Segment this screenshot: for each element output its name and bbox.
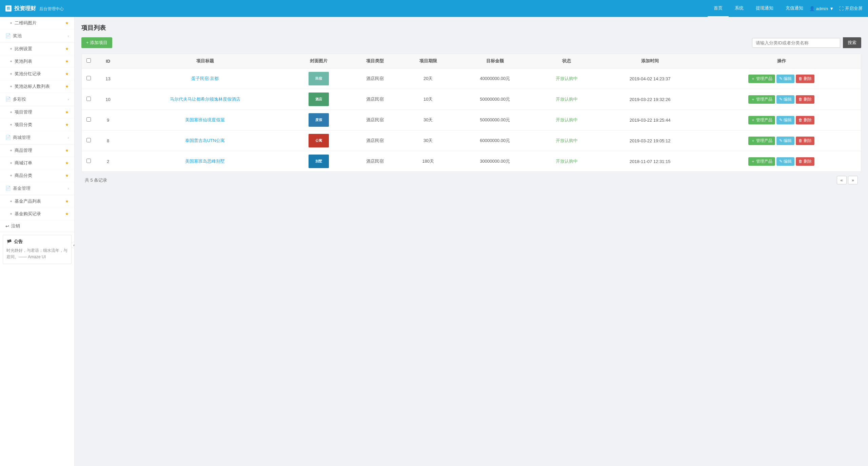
col-checkbox — [82, 54, 95, 68]
manage-product-btn[interactable]: ＋管理产品 — [748, 116, 775, 124]
project-title-link[interactable]: 蛋子民宿·京都 — [191, 76, 219, 81]
sidebar-item-shop-orders[interactable]: ✦ 商城订单 ★ — [0, 157, 74, 169]
project-title-link[interactable]: 泰国普吉岛UTN公寓 — [185, 138, 225, 143]
plus-icon: ✦ — [9, 21, 13, 25]
fullscreen-btn[interactable]: ⛶ 开启全屏 — [839, 5, 863, 12]
plus-icon: ✦ — [9, 47, 13, 51]
next-page-btn[interactable]: » — [848, 176, 858, 184]
delete-btn[interactable]: 🗑删除 — [796, 75, 814, 83]
sidebar-item-label: 基金购买记录 — [15, 211, 41, 217]
edit-icon: ✎ — [779, 118, 783, 122]
star-icon: ★ — [65, 46, 69, 51]
project-title-link[interactable]: 马尔代夫马让都希尔顿逸林度假酒店 — [170, 97, 240, 102]
table-row: 8 泰国普吉岛UTN公寓 公寓 酒店民宿 30天 60000000.00元 开放… — [82, 130, 861, 151]
sidebar-item-project-category[interactable]: ✦ 项目分类 ★ — [0, 119, 74, 131]
logout-btn[interactable]: ↩ 注销 — [0, 220, 74, 232]
nav-recharge[interactable]: 充值通知 — [780, 0, 809, 17]
nav-home[interactable]: 首页 — [708, 0, 729, 17]
row-checkbox[interactable] — [82, 110, 95, 130]
row-checkbox[interactable] — [82, 130, 95, 151]
row-checkbox[interactable] — [82, 89, 95, 110]
table-row: 13 蛋子民宿·京都 民宿 酒店民宿 20天 40000000.00元 开放认购… — [82, 68, 861, 89]
search-button[interactable]: 搜索 — [843, 37, 861, 48]
sidebar-item-label: 基金产品列表 — [15, 198, 41, 204]
delete-btn[interactable]: 🗑删除 — [796, 157, 814, 166]
row-amount: 50000000.00元 — [455, 110, 535, 130]
top-nav-links: 首页 系统 提现通知 充值通知 — [708, 0, 809, 17]
project-title-link[interactable]: 美国塞班岛思峰别墅 — [185, 159, 225, 164]
manage-product-btn[interactable]: ＋管理产品 — [748, 95, 775, 104]
projects-table: ID 项目标题 封面图片 项目类型 项目期限 目标金额 状态 添加时间 操作 1… — [82, 54, 861, 171]
row-select-checkbox[interactable] — [86, 97, 91, 101]
row-select-checkbox[interactable] — [86, 159, 91, 163]
delete-btn[interactable]: 🗑删除 — [796, 137, 814, 145]
sidebar-group-jackpot[interactable]: 📄奖池 › — [0, 29, 74, 43]
col-title: 项目标题 — [121, 54, 289, 68]
plus-icon: ✦ — [9, 199, 13, 204]
sidebar-item-goods-category[interactable]: ✦ 商品分类 ★ — [0, 169, 74, 182]
row-amount: 30000000.00元 — [455, 151, 535, 172]
delete-btn[interactable]: 🗑删除 — [796, 95, 814, 104]
arrow-icon: › — [67, 136, 69, 140]
sidebar-item-label: 奖池列表 — [15, 58, 32, 64]
row-checkbox[interactable] — [82, 68, 95, 89]
nav-withdrawal[interactable]: 提现通知 — [750, 0, 780, 17]
admin-menu[interactable]: 👤 admin ▼ — [809, 6, 834, 11]
manage-product-btn[interactable]: ＋管理产品 — [748, 137, 775, 145]
star-icon: ★ — [65, 59, 69, 64]
delete-btn[interactable]: 🗑删除 — [796, 116, 814, 124]
sidebar-item-qrcode[interactable]: ✦ 二维码图片 ★ — [0, 17, 74, 29]
add-project-button[interactable]: + 添加项目 — [81, 37, 112, 48]
star-icon: ★ — [65, 211, 69, 216]
sidebar-item-label: 奖池达标人数列表 — [15, 83, 50, 89]
col-status: 状态 — [535, 54, 598, 68]
sidebar-item-jackpot-list[interactable]: ✦ 奖池列表 ★ — [0, 55, 74, 68]
manage-product-btn[interactable]: ＋管理产品 — [748, 75, 775, 83]
sidebar-item-jackpot-dividend[interactable]: ✦ 奖池分红记录 ★ — [0, 68, 74, 80]
row-actions: ＋管理产品 ✎编辑 🗑删除 — [702, 68, 861, 89]
edit-btn[interactable]: ✎编辑 — [776, 75, 794, 83]
arrow-icon: › — [67, 34, 69, 38]
plus-icon: ✦ — [9, 174, 13, 178]
sidebar-item-label: 二维码图片 — [15, 20, 37, 26]
select-all-checkbox[interactable] — [86, 58, 91, 63]
project-title-link[interactable]: 美国塞班仙境度假屋 — [185, 117, 225, 122]
sidebar-item-ratio[interactable]: ✦ 比例设置 ★ — [0, 43, 74, 55]
sidebar-group-fund[interactable]: 📄基金管理 › — [0, 182, 74, 195]
edit-btn[interactable]: ✎编辑 — [776, 157, 794, 166]
sidebar-collapse-btn[interactable]: ▲ — [71, 242, 75, 248]
prev-page-btn[interactable]: « — [837, 176, 847, 184]
sidebar-item-label: 商品分类 — [15, 173, 32, 179]
row-select-checkbox[interactable] — [86, 117, 91, 122]
row-time: 2019-03-22 19:32:26 — [598, 89, 702, 110]
edit-icon: ✎ — [779, 159, 783, 164]
search-input[interactable] — [752, 38, 840, 48]
row-select-checkbox[interactable] — [86, 76, 91, 80]
sidebar-group-shop[interactable]: 📄商城管理 › — [0, 131, 74, 144]
sidebar-item-fund-products[interactable]: ✦ 基金产品列表 ★ — [0, 195, 74, 208]
nav-system[interactable]: 系统 — [729, 0, 750, 17]
trash-icon: 🗑 — [798, 159, 803, 164]
plus-icon: ✦ — [9, 110, 13, 115]
edit-icon: ✎ — [779, 97, 783, 102]
row-period: 20天 — [401, 68, 455, 89]
row-amount: 50000000.00元 — [455, 89, 535, 110]
sidebar-item-fund-records[interactable]: ✦ 基金购买记录 ★ — [0, 208, 74, 220]
row-select-checkbox[interactable] — [86, 138, 91, 142]
sidebar-group-colorbet[interactable]: 📄多彩投 › — [0, 93, 74, 106]
row-checkbox[interactable] — [82, 151, 95, 172]
edit-btn[interactable]: ✎编辑 — [776, 137, 794, 145]
edit-btn[interactable]: ✎编辑 — [776, 95, 794, 104]
row-id: 9 — [95, 110, 121, 130]
manage-product-btn[interactable]: ＋管理产品 — [748, 157, 775, 166]
sidebar-item-goods-mgmt[interactable]: ✦ 商品管理 ★ — [0, 144, 74, 157]
row-id: 13 — [95, 68, 121, 89]
col-actions: 操作 — [702, 54, 861, 68]
sidebar-item-jackpot-people[interactable]: ✦ 奖池达标人数列表 ★ — [0, 80, 74, 93]
row-type: 酒店民宿 — [348, 151, 401, 172]
main-content: 项目列表 + 添加项目 搜索 ID 项目标题 封面图片 项目类型 项目期 — [75, 17, 868, 466]
edit-btn[interactable]: ✎编辑 — [776, 116, 794, 124]
status-badge: 开放认购中 — [556, 76, 578, 81]
sidebar-item-project-mgmt[interactable]: ✦ 项目管理 ★ — [0, 106, 74, 119]
brand-icon: 投 — [5, 5, 12, 12]
